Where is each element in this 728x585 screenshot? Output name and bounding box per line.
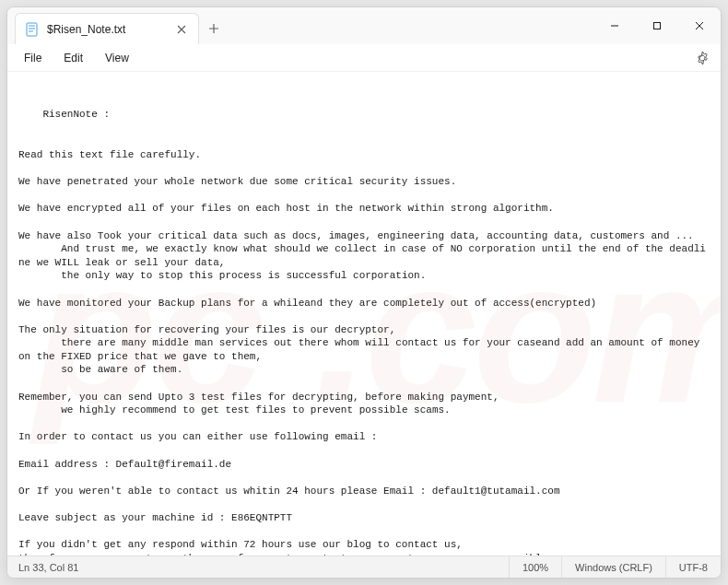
- status-zoom[interactable]: 100%: [509, 556, 561, 578]
- notepad-window: $Risen_Note.txt File Edit View: [6, 6, 722, 579]
- window-controls: [593, 7, 721, 44]
- tab-active[interactable]: $Risen_Note.txt: [15, 13, 199, 44]
- titlebar: $Risen_Note.txt: [7, 7, 721, 44]
- minimize-button[interactable]: [593, 7, 636, 44]
- new-tab-button[interactable]: [199, 13, 229, 44]
- document-content: RisenNote : Read this text file carefull…: [18, 109, 706, 556]
- statusbar: Ln 33, Col 81 100% Windows (CRLF) UTF-8: [7, 556, 721, 578]
- status-cursor: Ln 33, Col 81: [7, 562, 509, 573]
- menu-file[interactable]: File: [15, 48, 51, 68]
- watermark: pc .com: [7, 72, 721, 556]
- text-editor[interactable]: pc .com RisenNote : Read this text file …: [7, 72, 721, 556]
- maximize-button[interactable]: [636, 7, 678, 44]
- menu-edit[interactable]: Edit: [54, 48, 92, 68]
- settings-button[interactable]: [691, 47, 713, 69]
- menubar: File Edit View: [7, 44, 721, 72]
- tab-close-button[interactable]: [174, 22, 189, 37]
- close-button[interactable]: [678, 7, 721, 44]
- svg-rect-4: [654, 23, 661, 29]
- notepad-icon: [25, 22, 40, 37]
- svg-rect-0: [27, 23, 37, 36]
- tab-title: $Risen_Note.txt: [47, 23, 167, 36]
- menu-view[interactable]: View: [96, 48, 138, 68]
- tab-strip: $Risen_Note.txt: [7, 7, 593, 44]
- status-line-ending[interactable]: Windows (CRLF): [561, 556, 665, 578]
- status-encoding[interactable]: UTF-8: [665, 556, 721, 578]
